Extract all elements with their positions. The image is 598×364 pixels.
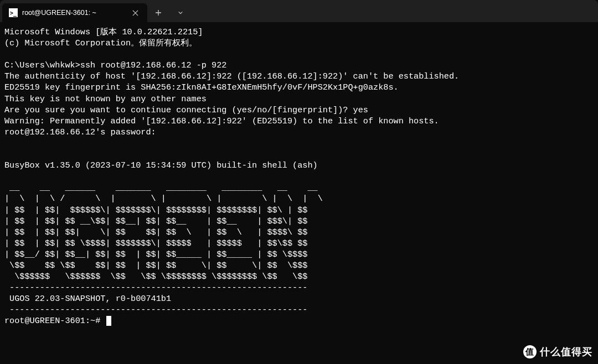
- terminal-prompt: root@UGREEN-3601:~#: [4, 315, 105, 326]
- terminal-icon: >_: [9, 8, 18, 17]
- terminal-line: | $$ | $$| $$ __\$$| $$__| $$| $$__ | $$…: [4, 216, 307, 226]
- close-icon: [132, 10, 138, 16]
- terminal-line: Microsoft Windows [版本 10.0.22621.2215]: [4, 27, 203, 37]
- tab-dropdown-button[interactable]: [169, 3, 192, 22]
- terminal-line: (c) Microsoft Corporation。保留所有权利。: [4, 38, 197, 48]
- terminal-line: This key is not known by any other names: [4, 94, 207, 104]
- terminal-window: >_ root@UGREEN-3601: ~ Microsoft Windows…: [0, 0, 598, 364]
- terminal-line: UGOS 22.03-SNAPSHOT, r0-b00741b1: [4, 294, 171, 304]
- terminal-line: ----------------------------------------…: [4, 283, 307, 293]
- terminal-line: root@192.168.66.12's password:: [4, 127, 156, 137]
- watermark: 值 什么值得买: [523, 345, 592, 358]
- terminal-line: Are you sure you want to continue connec…: [4, 105, 368, 115]
- terminal-line: \$$ $$ \$$ $$| $$ | $$| $$ \| $$ \| $$ \…: [4, 261, 307, 271]
- terminal-line: | \ | \ / \ | \ | \ | \ | \ | \: [4, 194, 323, 204]
- terminal-line: | $$ | $$| $$| \| $$ $$| $$ \ | $$ \ | $…: [4, 227, 307, 237]
- terminal-line: __ __ ______ _______ ________ ________ _…: [4, 183, 318, 193]
- tab-title: root@UGREEN-3601: ~: [22, 9, 128, 17]
- terminal-output[interactable]: Microsoft Windows [版本 10.0.22621.2215] (…: [0, 22, 598, 331]
- cursor: [106, 316, 111, 326]
- terminal-line: Warning: Permanently added '[192.168.66.…: [4, 116, 439, 126]
- terminal-line: | $$__/ $$| $$__| $$| $$ | $$| $$_____ |…: [4, 249, 307, 259]
- new-tab-button[interactable]: [147, 3, 169, 22]
- tab-active[interactable]: >_ root@UGREEN-3601: ~: [2, 3, 147, 22]
- tab-close-button[interactable]: [128, 6, 142, 19]
- terminal-line: | $$ | $$| $$$$$$\| $$$$$$$\| $$$$$$$$| …: [4, 205, 307, 215]
- watermark-text: 什么值得买: [540, 345, 592, 358]
- titlebar: >_ root@UGREEN-3601: ~: [0, 0, 598, 22]
- terminal-line: The authenticity of host '[192.168.66.12…: [4, 71, 459, 81]
- terminal-line: BusyBox v1.35.0 (2023-07-10 15:34:59 UTC…: [4, 160, 318, 170]
- terminal-line: ----------------------------------------…: [4, 305, 307, 315]
- terminal-line: C:\Users\whkwk>ssh root@192.168.66.12 -p…: [4, 60, 226, 70]
- watermark-badge: 值: [523, 345, 537, 358]
- plus-icon: [155, 9, 162, 16]
- terminal-line: | $$ | $$| $$ \$$$$| $$$$$$$\| $$$$$ | $…: [4, 238, 307, 248]
- terminal-line: \$$$$$$ \$$$$$$ \$$ \$$ \$$$$$$$$ \$$$$$…: [4, 272, 307, 282]
- terminal-line: ED25519 key fingerprint is SHA256:zIkn8A…: [4, 82, 399, 92]
- chevron-down-icon: [178, 10, 183, 15]
